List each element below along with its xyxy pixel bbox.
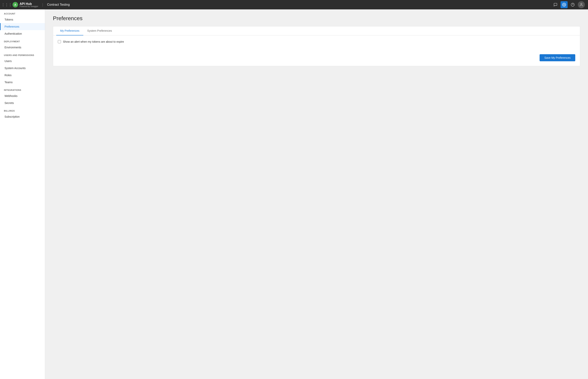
card-actions: Save My Preferences <box>53 53 580 66</box>
sidebar-item-teams[interactable]: Teams <box>0 79 45 86</box>
preferences-card: My Preferences System Preferences Show a… <box>53 26 580 66</box>
sidebar: ACCOUNT Tokens Preferences Authenticatio… <box>0 9 45 379</box>
logo-text: API Hub <box>20 2 32 5</box>
tab-my-preferences[interactable]: My Preferences <box>56 26 83 35</box>
save-preferences-button[interactable]: Save My Preferences <box>539 54 575 61</box>
sidebar-item-authentication[interactable]: Authentication <box>0 30 45 37</box>
nav-left: ⋮⋮⋮ A API Hub Powered by Swagger | Contr… <box>3 1 70 8</box>
sidebar-item-tokens[interactable]: Tokens <box>0 16 45 23</box>
preferences-tabs: My Preferences System Preferences <box>53 26 580 35</box>
logo-icon: A <box>13 2 18 7</box>
help-icon-button[interactable] <box>569 1 576 8</box>
sidebar-section-integrations: INTEGRATIONS <box>0 86 45 92</box>
logo-subtitle: Powered by Swagger <box>20 5 38 7</box>
nav-right <box>552 1 585 8</box>
sidebar-item-users[interactable]: Users <box>0 58 45 64</box>
token-alert-label: Show an alert when my tokens are about t… <box>63 40 124 43</box>
token-alert-checkbox[interactable] <box>58 40 61 43</box>
sidebar-item-environments[interactable]: Environments <box>0 44 45 51</box>
sidebar-item-roles[interactable]: Roles <box>0 72 45 79</box>
settings-icon-button[interactable] <box>561 1 568 8</box>
sidebar-section-deployment: DEPLOYMENT <box>0 37 45 44</box>
grid-menu-button[interactable]: ⋮⋮⋮ <box>3 1 10 8</box>
main-layout: ACCOUNT Tokens Preferences Authenticatio… <box>0 9 588 379</box>
alert-checkbox-row: Show an alert when my tokens are about t… <box>58 40 575 43</box>
app-name: Contract Testing <box>47 3 69 6</box>
sidebar-item-webhooks[interactable]: Webhooks <box>0 92 45 99</box>
content-area: Preferences My Preferences System Prefer… <box>45 9 588 379</box>
card-body: Show an alert when my tokens are about t… <box>53 35 580 53</box>
tab-system-preferences[interactable]: System Preferences <box>83 26 116 35</box>
logo-area: A API Hub Powered by Swagger <box>13 2 38 7</box>
sidebar-section-billings: BILLINGS <box>0 107 45 113</box>
svg-point-3 <box>581 3 582 5</box>
top-navigation: ⋮⋮⋮ A API Hub Powered by Swagger | Contr… <box>0 0 588 9</box>
chat-icon-button[interactable] <box>552 1 559 8</box>
sidebar-section-users-permissions: USERS AND PERMISSIONS <box>0 51 45 58</box>
user-avatar-button[interactable] <box>578 1 585 8</box>
sidebar-section-account: ACCOUNT <box>0 9 45 16</box>
sidebar-item-preferences[interactable]: Preferences <box>0 23 45 30</box>
nav-divider: | <box>42 2 43 7</box>
sidebar-item-secrets[interactable]: Secrets <box>0 99 45 107</box>
page-title: Preferences <box>53 15 580 22</box>
sidebar-item-subscription[interactable]: Subscription <box>0 113 45 120</box>
sidebar-item-system-accounts[interactable]: System Accounts <box>0 64 45 72</box>
svg-point-0 <box>564 4 565 5</box>
